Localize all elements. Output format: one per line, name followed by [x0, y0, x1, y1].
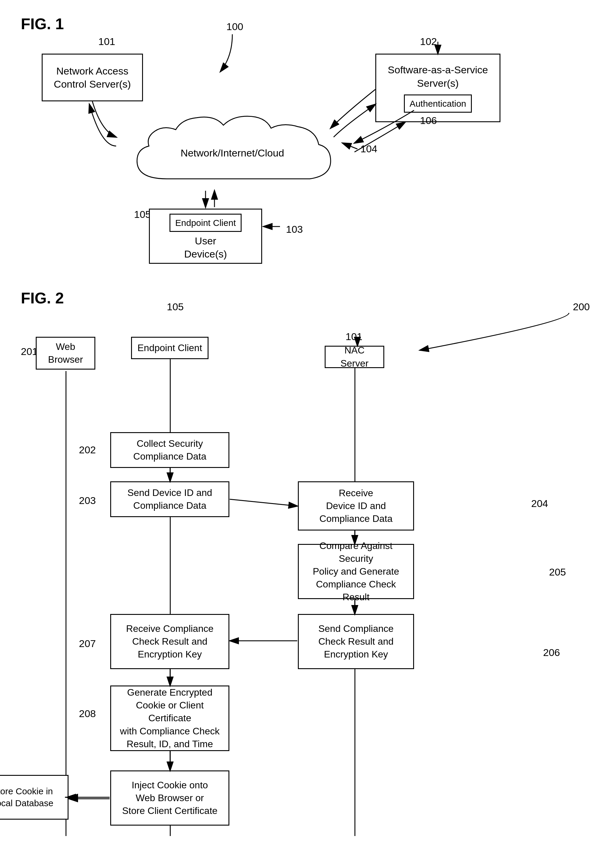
authentication-box: Authentication	[404, 94, 472, 113]
compare-security-box: Compare Against Security Policy and Gene…	[298, 544, 414, 599]
ref-105-fig1: 105	[134, 209, 151, 220]
nac-server-box: Network Access Control Server(s)	[42, 54, 143, 101]
store-cookie-box: Store Cookie in Local Database	[0, 775, 68, 820]
send-device-id-box: Send Device ID and Compliance Data	[110, 481, 229, 517]
ref-208: 208	[79, 708, 96, 719]
endpoint-client-label: Endpoint Client	[170, 214, 241, 232]
ref-206: 206	[543, 647, 560, 659]
web-browser-box: Web Browser	[36, 337, 95, 370]
endpoint-client-fig1-box: Endpoint Client User Device(s)	[149, 209, 262, 264]
ref-103: 103	[286, 223, 303, 235]
receive-device-id-box: Receive Device ID and Compliance Data	[298, 481, 414, 531]
inject-cookie-box: Inject Cookie onto Web Browser or Store …	[110, 770, 229, 826]
fig1-label: FIG. 1	[21, 15, 64, 33]
ref-200: 200	[573, 301, 590, 313]
user-devices-label: User Device(s)	[184, 234, 227, 261]
fig2-diagram: FIG. 2 200 201 105 101 Web Browser Endpo…	[18, 286, 608, 847]
ref-204: 204	[531, 498, 548, 509]
nac-server-box-fig2: NAC Server	[325, 346, 384, 368]
endpoint-client-box: Endpoint Client	[131, 337, 209, 359]
ref-207: 207	[79, 638, 96, 650]
web-browser-lifeline	[65, 371, 67, 836]
ref-202: 202	[79, 444, 96, 456]
receive-compliance-box: Receive Compliance Check Result and Encr…	[110, 614, 229, 669]
endpoint-client-lifeline	[170, 359, 171, 836]
saas-server-box: Software-as-a-Service Server(s) Authenti…	[375, 54, 500, 122]
send-compliance-box: Send Compliance Check Result and Encrypt…	[298, 614, 414, 669]
ref-100: 100	[226, 21, 244, 32]
svg-line-6	[230, 499, 297, 506]
ref-101-fig1: 101	[98, 36, 115, 47]
cloud-shape: Network/Internet/Cloud	[113, 113, 351, 197]
ref-106: 106	[420, 115, 437, 126]
generate-encrypted-box: Generate Encrypted Cookie or Client Cert…	[110, 686, 229, 751]
ref-101-fig2: 101	[345, 331, 363, 343]
svg-text:Network/Internet/Cloud: Network/Internet/Cloud	[180, 147, 284, 159]
ref-201: 201	[21, 346, 38, 357]
ref-205: 205	[549, 566, 566, 578]
fig2-label: FIG. 2	[21, 289, 64, 307]
collect-security-box: Collect Security Compliance Data	[110, 432, 229, 468]
fig1-diagram: FIG. 1 100 101 102 Network Access Contro…	[18, 12, 584, 271]
saas-server-label: Software-as-a-Service Server(s)	[388, 63, 488, 90]
ref-105-fig2: 105	[167, 301, 184, 313]
ref-104: 104	[360, 143, 377, 155]
ref-102: 102	[420, 36, 437, 47]
ref-203: 203	[79, 495, 96, 506]
